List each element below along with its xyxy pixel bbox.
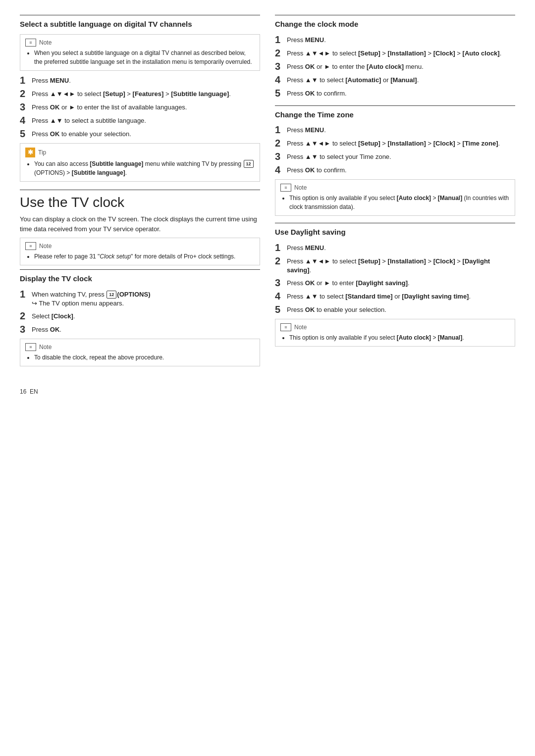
section-divider [275, 223, 515, 223]
note-item: To disable the clock, repeat the above p… [34, 353, 255, 362]
note-item: Please refer to page 31 "Clock setup" fo… [34, 252, 255, 261]
step-1: 1 Press MENU. [275, 124, 515, 135]
step-num: 4 [275, 291, 284, 302]
time-zone-note-box: ≡ Note This option is only available if … [275, 179, 515, 216]
time-zone-steps: 1 Press MENU. 2 Press ▲▼◄► to select [Se… [275, 124, 515, 175]
subtitle-tip-box: ✱ Tip You can also access [Subtitle lang… [20, 143, 260, 182]
step-text: Press OK to confirm. [287, 88, 347, 99]
daylight-saving-steps: 1 Press MENU. 2 Press ▲▼◄► to select [Se… [275, 242, 515, 315]
change-clock-mode-section: Change the clock mode 1 Press MENU. 2 Pr… [275, 15, 515, 99]
step-text: Press OK or ► to enter [Daylight saving]… [287, 277, 410, 288]
page-layout: Select a subtitle language on digital TV… [20, 15, 515, 373]
page-footer: 16 EN [20, 388, 515, 395]
step-text: Press ▲▼ to select [Standard time] or [D… [287, 291, 471, 302]
step-text: Press OK to enable your selection. [32, 128, 131, 139]
step-5: 5 Press OK to enable your selection. [20, 128, 260, 139]
step-text: Press ▲▼ to select your Time zone. [287, 151, 391, 162]
step-text: Press OK to enable your selection. [287, 304, 386, 315]
display-tv-clock-section: Display the TV clock 1 When watching TV,… [20, 269, 260, 366]
step-text: Press ▲▼◄► to select [Setup] > [Installa… [287, 48, 501, 58]
note-header: ≡ Note [25, 39, 255, 47]
step-text: Press MENU. [287, 34, 326, 45]
note-item: This option is only available if you sel… [289, 333, 510, 342]
note-header: ≡ Note [25, 343, 255, 351]
change-clock-mode-title: Change the clock mode [275, 19, 515, 29]
daylight-saving-section: Use Daylight saving 1 Press MENU. 2 Pres… [275, 223, 515, 347]
tip-list: You can also access [Subtitle language] … [25, 159, 255, 177]
step-3: 3 Press OK or ► to enter [Daylight savin… [275, 277, 515, 288]
step-text: Press MENU. [287, 242, 326, 253]
tip-item: You can also access [Subtitle language] … [34, 159, 255, 177]
step-2: 2 Press ▲▼◄► to select [Setup] > [Instal… [275, 138, 515, 149]
step-num: 2 [275, 48, 284, 58]
page-number: 16 [20, 388, 26, 395]
note-item: This option is only available if you sel… [289, 194, 510, 211]
step-3: 3 Press OK or ► to enter the [Auto clock… [275, 61, 515, 72]
step-text: Press OK or ► to enter the list of avail… [32, 101, 187, 112]
step-num: 1 [20, 75, 29, 86]
section-divider [20, 15, 260, 15]
step-text: Select [Clock]. [32, 310, 75, 321]
step-num: 5 [275, 88, 284, 99]
section-divider [275, 105, 515, 106]
right-column: Change the clock mode 1 Press MENU. 2 Pr… [275, 15, 515, 373]
note-header: ≡ Note [280, 323, 510, 331]
daylight-saving-note-box: ≡ Note This option is only available if … [275, 319, 515, 347]
note-label: Note [294, 184, 307, 191]
step-num: 1 [275, 34, 284, 45]
step-num: 3 [20, 101, 29, 112]
step-num: 4 [275, 164, 284, 175]
section-divider [20, 269, 260, 270]
note-list: This option is only available if you sel… [280, 194, 510, 211]
note-label: Note [294, 324, 307, 331]
step-5: 5 Press OK to enable your selection. [275, 304, 515, 315]
step-text: Press ▲▼◄► to select [Setup] > [Installa… [287, 138, 500, 149]
step-num: 4 [275, 74, 284, 85]
daylight-saving-title: Use Daylight saving [275, 227, 515, 237]
step-text: Press OK or ► to enter the [Auto clock] … [287, 61, 424, 72]
change-time-zone-section: Change the Time zone 1 Press MENU. 2 Pre… [275, 105, 515, 216]
note-header: ≡ Note [25, 242, 255, 250]
step-num: 2 [275, 138, 284, 149]
step-2: 2 Press ▲▼◄► to select [Setup] > [Instal… [275, 255, 515, 275]
note-icon: ≡ [280, 323, 291, 331]
note-item: When you select a subtitle language on a… [34, 49, 255, 66]
change-time-zone-title: Change the Time zone [275, 110, 515, 120]
step-num: 2 [275, 255, 284, 275]
step-num: 3 [20, 324, 29, 335]
note-label: Note [39, 243, 52, 250]
subtitle-language-section: Select a subtitle language on digital TV… [20, 15, 260, 182]
step-text: Press ▲▼ to select a subtitle language. [32, 115, 146, 126]
clock-note-box: ≡ Note Please refer to page 31 "Clock se… [20, 238, 260, 265]
step-num: 3 [275, 277, 284, 288]
step-2: 2 Press ▲▼◄► to select [Setup] > [Instal… [275, 48, 515, 58]
display-clock-note-box: ≡ Note To disable the clock, repeat the … [20, 339, 260, 366]
step-5: 5 Press OK to confirm. [275, 88, 515, 99]
note-label: Note [39, 344, 52, 351]
step-num: 5 [275, 304, 284, 315]
step-num: 2 [20, 310, 29, 321]
step-num: 3 [275, 151, 284, 162]
step-1: 1 When watching TV, press 12(OPTIONS)↪ T… [20, 289, 260, 308]
section-divider [275, 15, 515, 15]
step-num: 1 [275, 242, 284, 253]
step-num: 4 [20, 115, 29, 126]
step-num: 5 [20, 128, 29, 139]
step-text: When watching TV, press 12(OPTIONS)↪ The… [32, 289, 150, 308]
use-tv-clock-title: Use the TV clock [20, 194, 260, 211]
step-text: Press MENU. [32, 75, 71, 86]
tip-label: Tip [38, 149, 46, 156]
step-num: 1 [275, 124, 284, 135]
step-text: Press OK. [32, 324, 61, 335]
step-4: 4 Press ▲▼ to select [Standard time] or … [275, 291, 515, 302]
section-divider [20, 190, 260, 190]
step-2: 2 Select [Clock]. [20, 310, 260, 321]
step-4: 4 Press ▲▼ to select a subtitle language… [20, 115, 260, 126]
note-list: This option is only available if you sel… [280, 333, 510, 342]
step-2: 2 Press ▲▼◄► to select [Setup] > [Featur… [20, 88, 260, 99]
options-icon: 12 [107, 291, 116, 299]
step-1: 1 Press MENU. [275, 242, 515, 253]
note-icon: ≡ [25, 39, 36, 47]
options-icon: 12 [244, 160, 254, 168]
step-3: 3 Press OK or ► to enter the list of ava… [20, 101, 260, 112]
